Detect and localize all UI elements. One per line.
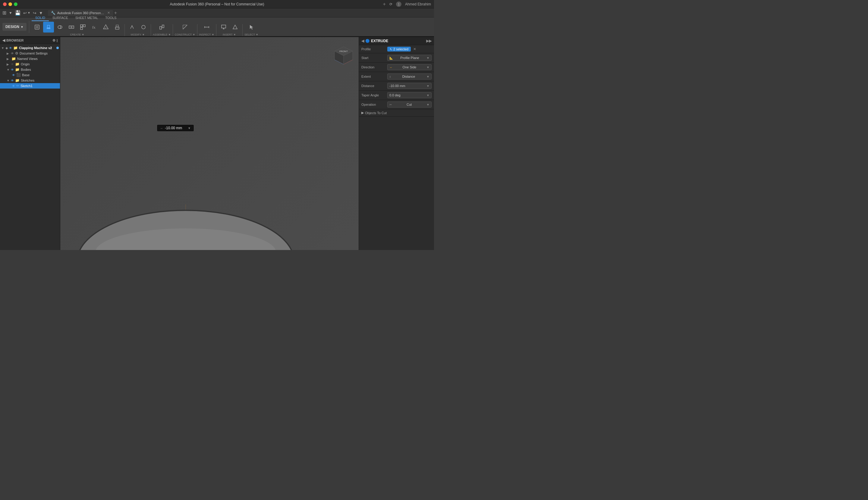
panel-back-icon[interactable]: ◀ (361, 39, 364, 43)
extent-dropdown[interactable]: ↕ Distance ▼ (387, 73, 432, 80)
tree-item-namedviews[interactable]: ▶ 📁 Named Views (0, 56, 60, 61)
profile-selected-badge[interactable]: ↖ 2 selected (387, 47, 411, 52)
group-select: SELECT ▼ (244, 22, 258, 36)
icon-base: ⬛ (16, 73, 21, 77)
minimize-btn[interactable] (9, 2, 12, 6)
sidebar-resize-icon[interactable]: | (57, 38, 58, 43)
more-icon[interactable]: ▼ (39, 11, 43, 15)
redo-icon[interactable]: ↪ (33, 11, 36, 15)
add-icon[interactable]: + (383, 1, 386, 7)
operation-dropdown[interactable]: ✂ Cut ▼ (387, 102, 432, 107)
profile-clear-icon[interactable]: ✕ (413, 47, 416, 51)
import-mesh-btn[interactable] (100, 22, 111, 33)
tree-item-sketch1[interactable]: 👁 ✏ Sketch1 (0, 83, 60, 89)
eye-sketches[interactable]: 👁 (11, 79, 14, 82)
svg-rect-17 (162, 25, 164, 28)
sidebar-settings-icon[interactable]: ⚙ (53, 38, 55, 43)
direction-value: ↔ One Side ▼ (387, 64, 432, 70)
insert-btn2[interactable] (230, 22, 241, 33)
panel-expand-icon[interactable]: ▶▶ (426, 39, 432, 43)
select-btn[interactable] (246, 22, 257, 33)
icon-sketch1: ✏ (16, 84, 19, 88)
select-icons (246, 22, 257, 33)
distance-dropdown[interactable]: -10.00 mm ▼ (387, 83, 432, 89)
new-component-btn[interactable] (32, 22, 43, 33)
sidebar: ◀ BROWSER ⚙ | ▼ ◈ 👁 📁 Clapping Machine v… (0, 37, 60, 250)
insert-icons (218, 22, 241, 33)
tab-label: Autodesk Fusion 360 (Personal – Not for … (57, 11, 105, 15)
group-insert: INSERT ▼ (218, 22, 241, 36)
taper-dropdown[interactable]: 0.0 deg ▼ (387, 92, 432, 98)
maximize-btn[interactable] (14, 2, 18, 6)
titlebar-right: + ⟳ 1 Ahmed Ebrahim (383, 1, 431, 7)
arrow-namedviews: ▶ (7, 57, 10, 60)
assemble-btn[interactable] (156, 22, 167, 33)
tab-close-icon[interactable]: ✕ (107, 11, 110, 15)
disk-svg[interactable] (71, 204, 300, 250)
eye-root[interactable]: 👁 (9, 46, 12, 50)
eye-docsettings[interactable]: 👁 (11, 52, 14, 55)
measure-value[interactable]: -10.00 mm (165, 126, 186, 130)
grid-icon[interactable]: ⊞ (2, 10, 6, 16)
tree-item-origin[interactable]: ▶ 👁 📁 Origin (0, 61, 60, 67)
eye-base[interactable]: 👁 (12, 73, 15, 77)
extrude-btn[interactable] (43, 22, 54, 33)
measure-popup[interactable]: ↔ -10.00 mm ▼ (157, 124, 194, 132)
tree-item-root[interactable]: ▼ ◈ 👁 📁 Clapping Machine v2 (0, 45, 60, 50)
construct-btn[interactable] (180, 22, 190, 33)
insert-btn[interactable] (218, 22, 229, 33)
network-icon[interactable]: ⟳ (389, 2, 392, 6)
eye-sketch1[interactable]: 👁 (12, 84, 15, 88)
close-btn[interactable] (3, 2, 7, 6)
eye-bodies[interactable]: 👁 (11, 68, 14, 71)
undo-icon[interactable]: ↩ (23, 11, 27, 15)
user-count: 1 (396, 1, 401, 7)
tab-tools[interactable]: TOOLS (102, 15, 120, 21)
profile-label: Profile (361, 47, 386, 51)
assemble-icons (156, 22, 167, 33)
save-icon[interactable]: 💾 (15, 10, 21, 16)
eye-origin[interactable]: 👁 (11, 62, 14, 66)
design-button[interactable]: DESIGN ▼ (2, 23, 26, 31)
tab-sheetmetal[interactable]: SHEET METAL (72, 15, 102, 21)
start-dropdown[interactable]: 📐 Profile Plane ▼ (387, 55, 432, 61)
start-label: Start (361, 56, 386, 60)
profile-row: Profile ↖ 2 selected ✕ (359, 45, 434, 53)
operation-row: Operation ✂ Cut ▼ (359, 100, 434, 109)
tree-item-sketches[interactable]: ▼ 👁 📁 Sketches (0, 78, 60, 83)
3d-print-btn[interactable] (112, 22, 123, 33)
direction-dropdown[interactable]: ↔ One Side ▼ (387, 64, 432, 70)
toolbar: DESIGN ▼ SOLID SURFACE SHEET METAL TOOLS (0, 18, 434, 37)
modify-btn2[interactable] (138, 22, 149, 33)
window-controls[interactable] (3, 2, 18, 6)
tree-item-docsettings[interactable]: ▶ 👁 ⚙ Document Settings (0, 50, 60, 56)
pattern-btn[interactable] (77, 22, 88, 33)
selected-count: 2 selected (393, 47, 408, 51)
measure-icon: ↔ (160, 126, 163, 130)
new-tab-icon[interactable]: + (114, 10, 117, 16)
view-cube[interactable]: FRONT (332, 43, 356, 67)
modify-btn1[interactable] (126, 22, 137, 33)
panel-spacer (359, 116, 434, 250)
measure-dropdown[interactable]: ▼ (188, 126, 191, 130)
tab-solid[interactable]: SOLID (32, 15, 49, 21)
hole-btn[interactable] (66, 22, 77, 33)
group-construct: CONSTRUCT ▼ (175, 22, 195, 36)
undo-dropdown[interactable]: ▼ (27, 11, 31, 14)
panel-title: EXTRUDE (371, 39, 388, 43)
revolve-btn[interactable] (55, 22, 65, 33)
label-namedviews: Named Views (17, 57, 38, 60)
sidebar-collapse-icon[interactable]: ◀ (2, 38, 5, 43)
tab-surface[interactable]: SURFACE (49, 15, 72, 21)
start-chevron: ▼ (426, 56, 430, 60)
objects-to-cut-toggle[interactable]: ▶ Objects To Cut (359, 109, 434, 116)
tree-item-base[interactable]: 👁 ⬛ Base (0, 72, 60, 78)
measure-btn[interactable] (201, 22, 212, 33)
fx-btn[interactable]: fx (89, 22, 100, 33)
dropdown-icon[interactable]: ▼ (9, 11, 12, 15)
disk-container (71, 204, 300, 250)
viewport[interactable]: ↔ -10.00 mm ▼ FRONT Specify distance, or… (60, 37, 359, 250)
svg-line-12 (104, 26, 107, 29)
panel-icon: 🔵 (365, 39, 370, 43)
tree-item-bodies[interactable]: ▼ 👁 📁 Bodies (0, 67, 60, 72)
